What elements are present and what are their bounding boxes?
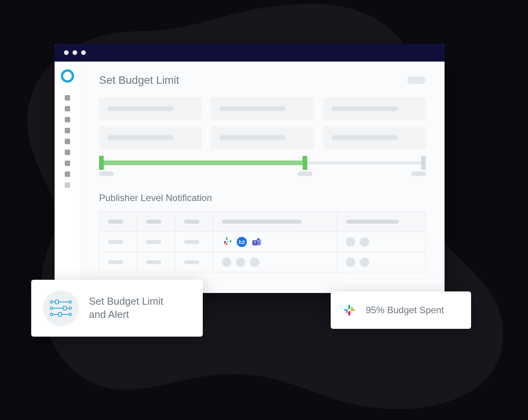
budget-progress-slider[interactable]	[99, 161, 426, 177]
channel-placeholder[interactable]	[236, 258, 245, 267]
main-content: Set Budget Limit	[80, 62, 445, 293]
svg-rect-24	[344, 309, 348, 311]
table-header	[175, 212, 213, 232]
slider-handle-start[interactable]	[99, 156, 104, 170]
svg-rect-13	[55, 300, 58, 304]
input-card[interactable]	[323, 126, 426, 149]
svg-rect-25	[348, 305, 350, 309]
callout-text: 95% Budget Spent	[366, 305, 444, 316]
svg-rect-4	[230, 240, 231, 243]
slider-label-start	[99, 171, 114, 176]
page-title: Set Budget Limit	[99, 74, 179, 86]
traffic-light-maximize[interactable]	[81, 50, 86, 55]
action-button[interactable]	[346, 237, 355, 247]
input-card[interactable]	[99, 97, 202, 120]
action-button[interactable]	[346, 258, 355, 267]
input-card[interactable]	[211, 126, 314, 149]
svg-rect-1	[227, 241, 229, 242]
svg-point-14	[50, 301, 53, 303]
slack-icon	[342, 302, 357, 318]
slider-handle-end[interactable]	[421, 156, 426, 170]
svg-rect-7	[226, 244, 227, 245]
slack-icon[interactable]	[222, 237, 232, 247]
notification-table: T	[99, 211, 426, 272]
svg-point-22	[50, 313, 53, 316]
main-header: Set Budget Limit	[99, 74, 426, 86]
svg-text:T: T	[254, 240, 256, 245]
sidebar-item[interactable]	[65, 117, 70, 122]
table-row	[99, 252, 426, 272]
input-cards-row-2	[99, 126, 426, 149]
section-title: Publisher Level Notification	[99, 192, 426, 203]
channel-placeholder[interactable]	[250, 258, 259, 267]
action-button[interactable]	[360, 258, 369, 267]
callout-text: Set Budget Limit and Alert	[89, 295, 163, 321]
table-row: T	[99, 232, 426, 252]
slider-handle-current[interactable]	[303, 156, 307, 170]
sidebar-item[interactable]	[65, 171, 70, 177]
sidebar-item[interactable]	[65, 150, 70, 155]
table-header	[137, 212, 175, 232]
svg-point-9	[260, 239, 261, 241]
table-header	[213, 212, 337, 232]
email-icon[interactable]	[237, 237, 247, 247]
slider-label-current	[298, 171, 312, 176]
app-window: Set Budget Limit	[55, 44, 445, 293]
callout-card-budget-spent: 95% Budget Spent	[331, 291, 471, 329]
sidebar-item[interactable]	[65, 139, 70, 144]
input-card[interactable]	[211, 97, 314, 120]
sliders-icon	[43, 290, 79, 326]
svg-rect-6	[224, 241, 225, 244]
svg-point-18	[50, 307, 53, 309]
svg-rect-5	[226, 237, 227, 240]
table-header	[99, 212, 137, 232]
traffic-light-minimize[interactable]	[73, 50, 77, 55]
table-header	[337, 212, 425, 232]
svg-rect-17	[63, 306, 66, 310]
sidebar-item[interactable]	[65, 106, 70, 111]
window-titlebar	[55, 44, 445, 62]
svg-rect-27	[348, 311, 350, 316]
callout-card-budget-limit: Set Budget Limit and Alert	[31, 280, 203, 337]
traffic-light-close[interactable]	[64, 50, 69, 55]
window-body: Set Budget Limit	[55, 62, 445, 293]
action-button[interactable]	[360, 237, 369, 247]
channel-placeholder[interactable]	[222, 258, 231, 267]
svg-point-19	[69, 307, 71, 309]
sidebar-item[interactable]	[65, 161, 70, 166]
teams-icon[interactable]: T	[252, 237, 262, 247]
input-cards-row-1	[99, 97, 426, 120]
sidebar-item[interactable]	[65, 182, 70, 188]
svg-point-23	[69, 313, 71, 316]
svg-rect-21	[58, 312, 62, 316]
svg-rect-26	[351, 309, 355, 311]
app-logo-icon[interactable]	[61, 69, 74, 83]
slider-label-end	[411, 171, 426, 176]
sidebar-item[interactable]	[65, 95, 70, 101]
sidebar	[55, 62, 80, 293]
svg-point-8	[257, 238, 260, 241]
input-card[interactable]	[323, 97, 426, 120]
svg-point-15	[69, 301, 71, 303]
input-card[interactable]	[99, 126, 202, 149]
sidebar-item[interactable]	[65, 128, 70, 133]
header-action-button[interactable]	[407, 76, 426, 84]
